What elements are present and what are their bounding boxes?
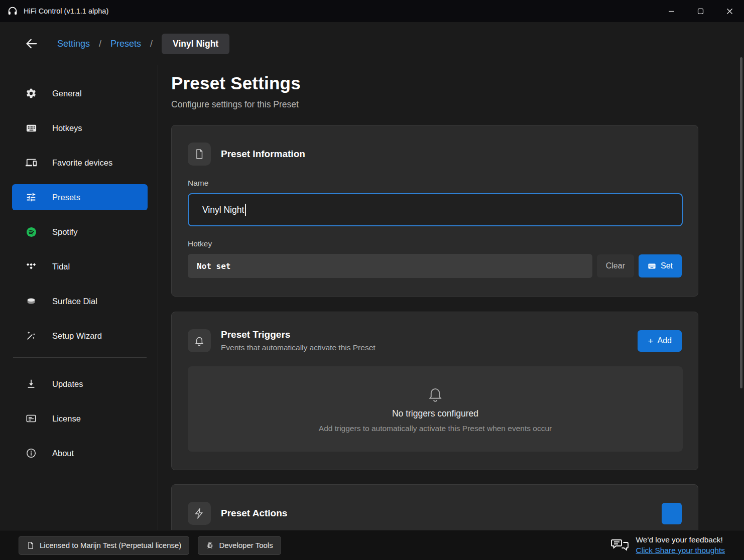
breadcrumb-separator: / [150, 39, 153, 49]
bell-icon [427, 385, 444, 402]
sidebar-item-presets[interactable]: Presets [12, 184, 148, 210]
preset-name-value: Vinyl Night [202, 205, 244, 215]
preset-information-card: Preset Information Name Vinyl Night Hotk… [171, 125, 698, 297]
content-area: Preset Settings Configure settings for t… [158, 65, 744, 530]
license-status-label: Licensed to Marijn Test (Perpetual licen… [40, 541, 181, 549]
actions-icon [188, 502, 211, 525]
page-subtitle: Configure settings for this Preset [171, 99, 744, 110]
sidebar-item-hotkeys[interactable]: Hotkeys [12, 115, 148, 141]
developer-tools-label: Developer Tools [219, 541, 273, 549]
name-label: Name [188, 179, 682, 188]
sidebar-item-about[interactable]: About [12, 440, 148, 466]
add-action-button[interactable] [662, 503, 682, 524]
clear-hotkey-button[interactable]: Clear [597, 254, 634, 277]
sidebar-divider [13, 357, 147, 358]
sidebar-item-label: Surface Dial [52, 297, 97, 306]
sidebar-item-label: Setup Wizard [52, 331, 102, 341]
sidebar-item-general[interactable]: General [12, 80, 148, 106]
download-icon [25, 378, 37, 390]
card-title: Preset Triggers [221, 329, 376, 340]
developer-tools-button[interactable]: Developer Tools [198, 536, 281, 555]
close-button[interactable] [715, 0, 744, 22]
sidebar-item-setup-wizard[interactable]: Setup Wizard [12, 323, 148, 349]
triggers-empty-state: No triggers configured Add triggers to a… [188, 366, 683, 452]
feedback-link[interactable]: Click Share your thoughts [636, 546, 725, 555]
window-title: HiFi Control (v1.1.1 alpha) [24, 7, 108, 15]
dial-icon [25, 295, 37, 307]
sidebar-item-label: Spotify [52, 227, 77, 237]
scrollbar[interactable] [740, 57, 742, 388]
preset-name-input[interactable]: Vinyl Night [188, 193, 683, 226]
set-hotkey-button[interactable]: Set [639, 254, 682, 277]
breadcrumb-settings-link[interactable]: Settings [57, 39, 90, 49]
card-subtitle: Events that automatically activate this … [221, 343, 376, 352]
keyboard-icon [648, 262, 656, 270]
spotify-icon [25, 226, 37, 238]
sidebar-item-label: General [52, 89, 82, 98]
main-area: Settings / Presets / Vinyl Night General… [0, 22, 744, 530]
minimize-button[interactable] [657, 0, 686, 22]
sidebar-item-label: Updates [52, 379, 83, 389]
preset-actions-card: Preset Actions [171, 484, 698, 530]
document-icon [188, 143, 211, 166]
license-icon [25, 412, 37, 425]
sidebar-item-label: Tidal [52, 262, 70, 271]
card-title: Preset Actions [221, 508, 287, 519]
sidebar-item-label: About [52, 449, 74, 458]
hotkey-label: Hotkey [188, 239, 682, 248]
sidebar-item-label: Hotkeys [52, 123, 82, 133]
bell-icon [188, 329, 211, 352]
hotkey-display[interactable]: Not set [188, 254, 592, 278]
presets-icon [25, 191, 37, 203]
sidebar-item-surface-dial[interactable]: Surface Dial [12, 288, 148, 314]
devices-icon [25, 157, 37, 169]
card-title: Preset Information [221, 149, 305, 160]
sidebar-item-updates[interactable]: Updates [12, 371, 148, 397]
bug-icon [206, 541, 214, 549]
plus-icon: + [648, 336, 653, 346]
sidebar-item-license[interactable]: License [12, 405, 148, 432]
add-button-label: Add [658, 336, 672, 345]
wand-icon [25, 330, 37, 342]
gear-icon [25, 87, 37, 99]
empty-state-subtitle: Add triggers to automatically activate t… [319, 424, 552, 433]
sidebar-item-tidal[interactable]: Tidal [12, 253, 148, 279]
license-status-button[interactable]: Licensed to Marijn Test (Perpetual licen… [19, 536, 189, 555]
text-caret [245, 204, 246, 216]
sidebar: General Hotkeys Favorite devices Presets [0, 65, 158, 530]
app-logo-icon [7, 6, 18, 17]
set-button-label: Set [661, 261, 673, 270]
license-doc-icon [27, 541, 35, 549]
breadcrumb-current-preset: Vinyl Night [162, 34, 229, 54]
info-icon [25, 447, 37, 459]
breadcrumb-presets-link[interactable]: Presets [110, 39, 141, 49]
breadcrumb-separator: / [99, 39, 101, 49]
sidebar-item-spotify[interactable]: Spotify [12, 219, 148, 245]
sidebar-item-label: Favorite devices [52, 158, 112, 168]
empty-state-title: No triggers configured [392, 408, 478, 419]
tidal-icon [25, 260, 37, 272]
sidebar-item-favorite-devices[interactable]: Favorite devices [12, 150, 148, 176]
feedback-title: We'd love your feedback! [636, 535, 723, 544]
window-controls [657, 0, 744, 22]
sidebar-item-label: License [52, 414, 81, 424]
keyboard-icon [25, 122, 37, 134]
back-button[interactable] [23, 35, 40, 52]
statusbar: Licensed to Marijn Test (Perpetual licen… [0, 530, 744, 560]
breadcrumb: Settings / Presets / Vinyl Night [0, 22, 744, 65]
chat-bubbles-icon [611, 538, 629, 552]
titlebar: HiFi Control (v1.1.1 alpha) [0, 0, 744, 22]
feedback-area: We'd love your feedback! Click Share you… [611, 535, 725, 555]
add-trigger-button[interactable]: + Add [638, 330, 682, 352]
sidebar-item-label: Presets [52, 193, 80, 202]
maximize-button[interactable] [686, 0, 715, 22]
preset-triggers-card: Preset Triggers Events that automaticall… [171, 312, 698, 470]
page-title: Preset Settings [171, 73, 744, 93]
